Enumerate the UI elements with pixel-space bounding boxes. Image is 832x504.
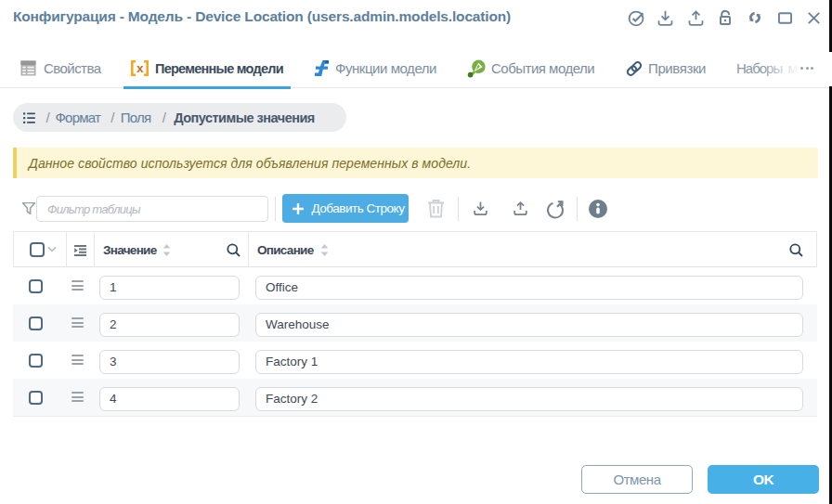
svg-text:x: x xyxy=(136,61,144,75)
